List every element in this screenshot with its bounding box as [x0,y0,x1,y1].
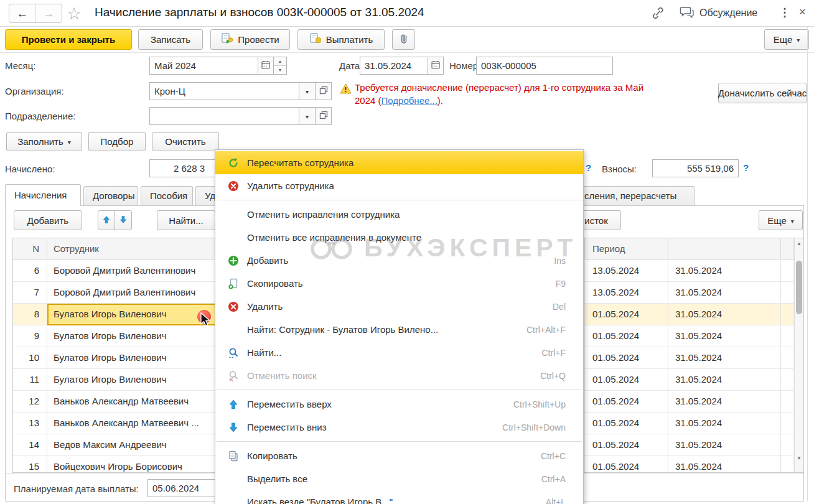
row-number-cell[interactable]: 6 [13,260,47,281]
row-number-cell[interactable]: 9 [13,325,47,347]
row-number-cell[interactable]: 7 [13,282,47,303]
menu-item[interactable]: СкопироватьF9 [215,272,583,295]
menu-item[interactable]: Найти: Сотрудник - Булатов Игорь Вилено.… [215,318,583,341]
date-field[interactable]: 31.05.2024 [360,57,428,75]
month-stepper[interactable]: ▲ ▼ [273,57,287,75]
save-button[interactable]: Записать [138,29,203,50]
menu-item[interactable]: ДобавитьIns [215,249,583,272]
menu-item[interactable]: Отменить все исправления в документе [215,226,583,249]
organization-open-button[interactable] [315,82,332,100]
spare-cell[interactable] [780,347,793,368]
spare-cell[interactable] [780,391,793,412]
pay-button[interactable]: Выплатить [297,29,385,50]
contributions-field[interactable]: 555 519,06 [652,159,739,177]
menu-item[interactable]: Переместить вверхCtrl+Shift+Up [215,393,583,416]
period-to-cell[interactable]: 31.05.2024 [668,369,780,390]
menu-item[interactable]: Выделить всеCtrl+A [215,467,583,490]
period-to-cell[interactable]: 31.05.2024 [668,434,780,455]
period-to-cell[interactable]: 31.05.2024 [668,260,780,281]
link-icon[interactable] [651,7,665,21]
accrued-help-icon[interactable]: ? [586,162,591,173]
row-number-cell[interactable]: 14 [13,434,47,455]
menu-item[interactable]: Удалить сотрудника [215,174,583,197]
row-number-cell[interactable]: 11 [13,369,47,390]
contributions-help-icon[interactable]: ? [743,162,749,173]
month-field[interactable]: Май 2024 [149,57,258,75]
department-field[interactable] [149,107,299,125]
spare-cell[interactable] [780,369,793,390]
period-from-cell[interactable]: 01.05.2024 [584,325,668,347]
spare-cell[interactable] [780,325,793,347]
spare-cell[interactable] [780,282,793,303]
scroll-up-icon[interactable]: ▲ [796,241,802,246]
table-scrollbar[interactable]: ▲ ▼ [794,238,803,472]
menu-item[interactable]: Пересчитать сотрудника [215,151,583,174]
row-number-cell[interactable]: 8 [13,304,47,325]
row-number-cell[interactable]: 13 [13,413,47,434]
period-from-cell[interactable]: 01.05.2024 [584,347,668,368]
spin-down-icon[interactable]: ▼ [274,66,286,74]
spare-cell[interactable] [780,260,793,281]
add-row-button[interactable]: Добавить [14,210,82,230]
row-number-cell[interactable]: 10 [13,347,47,368]
forward-button[interactable]: → [36,4,62,22]
menu-item[interactable]: Отменить исправления сотрудника [215,203,583,226]
period-to-cell[interactable]: 31.05.2024 [668,325,780,347]
month-calendar-button[interactable] [258,57,274,75]
tab-accruals[interactable]: Начисления [5,184,81,206]
menu-item[interactable]: Переместить внизCtrl+Shift+Down [215,416,583,439]
spare-cell[interactable] [780,456,793,473]
scrollbar-thumb[interactable] [796,261,802,314]
row-number-cell[interactable]: 15 [13,456,47,473]
table-more-button[interactable]: Еще ▾ [759,210,803,230]
spare-cell[interactable] [780,304,793,325]
period-to-cell[interactable]: 31.05.2024 [668,282,780,303]
tab-contracts[interactable]: Договоры [83,186,138,205]
organization-dropdown-button[interactable]: ▾ [299,82,316,100]
find-button[interactable]: Найти... [157,210,215,230]
department-dropdown-button[interactable]: ▾ [299,107,316,125]
more-menu-dots-icon[interactable]: ⋮ [779,6,791,19]
move-row-up-button[interactable] [98,210,115,230]
period-to-cell[interactable]: 31.05.2024 [668,391,780,412]
column-header-period-end[interactable] [668,238,780,259]
period-from-cell[interactable]: 01.05.2024 [584,456,668,473]
period-to-cell[interactable]: 31.05.2024 [668,456,780,473]
organization-field[interactable]: Крон-Ц [149,82,299,100]
spin-up-icon[interactable]: ▲ [274,57,286,66]
discussion-label[interactable]: Обсуждение [699,7,757,19]
spare-cell[interactable] [780,434,793,455]
fill-button[interactable]: Заполнить ▾ [6,132,82,151]
accrue-now-button[interactable]: Доначислить сейчас [718,83,807,103]
pick-button[interactable]: Подбор [88,132,146,151]
period-from-cell[interactable]: 01.05.2024 [584,304,668,325]
menu-item[interactable]: УдалитьDel [215,295,583,318]
clear-button[interactable]: Очистить [152,132,219,151]
date-calendar-button[interactable] [428,57,444,75]
menu-item[interactable]: Искать везде "Булатов Игорь В..."Alt+L [215,490,583,504]
period-from-cell[interactable]: 13.05.2024 [584,282,668,303]
number-field[interactable]: 003К-000005 [476,57,613,75]
post-and-close-button[interactable]: Провести и закрыть [5,29,132,50]
tab-benefits[interactable]: Пособия [141,186,193,205]
menu-item[interactable]: КопироватьCtrl+C [215,444,583,467]
post-button[interactable]: Провести [210,29,290,50]
favorite-star-icon[interactable]: ☆ [67,4,82,24]
planned-payment-date-field[interactable]: 05.06.2024 [147,479,220,497]
column-header-n[interactable]: N [13,238,47,259]
period-from-cell[interactable]: 01.05.2024 [584,413,668,434]
row-number-cell[interactable]: 12 [13,391,47,412]
period-to-cell[interactable]: 31.05.2024 [668,304,780,325]
department-open-button[interactable] [315,107,332,125]
warning-details-link[interactable]: Подробнее... [381,95,437,106]
period-from-cell[interactable]: 01.05.2024 [584,391,668,412]
attachment-button[interactable] [392,29,415,50]
period-to-cell[interactable]: 31.05.2024 [668,413,780,434]
close-icon[interactable]: × [799,6,806,19]
period-from-cell[interactable]: 01.05.2024 [584,434,668,455]
tab-recalculations-partial[interactable]: сления, перерасчеты [573,186,695,205]
discussion-icon[interactable] [680,6,695,21]
back-button[interactable]: ← [9,4,36,22]
column-header-period[interactable]: Период [584,238,668,259]
spare-cell[interactable] [780,413,793,434]
